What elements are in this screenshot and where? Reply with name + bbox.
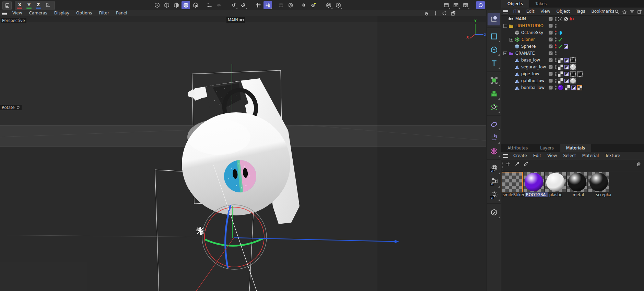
materials-tab-materials[interactable]: Materials <box>560 144 591 152</box>
expander-plus-icon[interactable]: + <box>510 38 513 42</box>
object-label[interactable]: bomba_low <box>521 85 545 90</box>
grid-lock-button[interactable] <box>264 1 272 9</box>
tree-row-pipe_low[interactable]: pipe_low <box>501 70 644 77</box>
layer-tag[interactable] <box>549 51 553 55</box>
visibility-dots[interactable] <box>555 86 557 90</box>
materials-tab-attributes[interactable]: Attributes <box>501 144 534 152</box>
visibility-dots[interactable] <box>555 24 557 28</box>
layer-tag[interactable] <box>549 44 553 48</box>
objects-menu-item-bookmarks[interactable]: Bookmarks <box>588 9 618 14</box>
gear-yellow-dot-button[interactable] <box>309 1 317 9</box>
materials-menu-item-create[interactable]: Create <box>510 153 530 159</box>
viewport-menu-hamburger-icon[interactable] <box>2 12 7 15</box>
objects-menu-item-tags[interactable]: Tags <box>573 9 588 14</box>
material-label-ROOTGRA[interactable]: ROOTGRA <box>525 192 548 197</box>
light-object-tool-button[interactable]: ST <box>488 189 500 201</box>
objects-menu-hamburger-icon[interactable] <box>503 10 508 13</box>
layer-tag[interactable] <box>549 31 553 35</box>
visibility-dots[interactable] <box>555 37 557 42</box>
radial-gear-button[interactable] <box>286 1 295 9</box>
a-hexagon-button[interactable] <box>334 1 342 9</box>
folder-yellow-object-icon[interactable] <box>508 24 514 28</box>
visibility-dot-gray[interactable] <box>555 74 557 76</box>
visibility-dot-gray[interactable] <box>555 72 557 74</box>
objects-menu-item-view[interactable]: View <box>537 9 553 14</box>
visibility-dots[interactable] <box>555 72 557 76</box>
visibility-dot-gray[interactable] <box>555 58 557 60</box>
layer-tag[interactable] <box>549 58 553 62</box>
visibility-dot-gray[interactable] <box>555 60 557 62</box>
visibility-dot-gray[interactable] <box>555 88 557 90</box>
eyedropper-icon[interactable] <box>523 161 529 167</box>
camera-label[interactable]: MAIN <box>226 17 245 23</box>
arrow-ne-icon[interactable] <box>514 161 520 167</box>
coordinate-system-button[interactable] <box>229 1 238 9</box>
camera-object-icon[interactable] <box>508 17 514 21</box>
layer-tag[interactable] <box>549 86 553 90</box>
symmetry-butterfly-button[interactable] <box>299 1 308 9</box>
texture-tag-selected[interactable] <box>577 85 582 90</box>
materials-menu-item-select[interactable]: Select <box>560 153 579 159</box>
expander-minus-icon[interactable]: − <box>503 52 507 55</box>
mograph-cloner-tool-button[interactable] <box>488 74 500 87</box>
model-mode-button[interactable] <box>182 1 190 9</box>
material-label-smileStiker[interactable]: smileStiker <box>502 192 524 197</box>
sphere-object-icon[interactable] <box>515 44 519 49</box>
material-tag-light[interactable] <box>570 78 576 83</box>
octane-live-viewer-button[interactable] <box>476 1 485 9</box>
octane-camera-tag[interactable] <box>558 31 562 35</box>
material-thumb-ROOTGRA[interactable] <box>524 172 544 192</box>
visibility-dot-gray[interactable] <box>555 24 557 25</box>
material-thumb-metal[interactable] <box>567 172 587 192</box>
phong-tag[interactable] <box>564 58 569 63</box>
object-label[interactable]: pipe_low <box>521 71 539 76</box>
material-tag-dark[interactable] <box>570 71 576 77</box>
camera-object-tool-button[interactable]: ST <box>488 176 500 188</box>
protection-tag[interactable] <box>558 17 562 21</box>
layer-tag[interactable] <box>549 65 553 69</box>
workplane-button[interactable] <box>214 1 223 9</box>
home-icon[interactable] <box>622 9 627 14</box>
volume-tool-button[interactable] <box>488 88 500 100</box>
mesh-object-icon[interactable] <box>515 86 519 90</box>
visibility-dot-red[interactable] <box>555 47 557 48</box>
sky-object-icon[interactable] <box>515 30 519 35</box>
phong-tag[interactable] <box>564 72 569 76</box>
spline-pen-tool-button[interactable] <box>488 13 500 25</box>
tree-row-octanesky[interactable]: OctaneSky <box>501 29 644 36</box>
expander-minus-icon[interactable]: − <box>503 24 507 28</box>
materials-menu-item-material[interactable]: Material <box>579 153 602 159</box>
object-label[interactable]: MAIN <box>515 16 526 21</box>
visibility-dot-gray[interactable] <box>555 37 557 39</box>
viewport-menu-item-filter[interactable]: Filter <box>95 10 113 16</box>
pan-hand-icon[interactable] <box>424 11 429 16</box>
enabled-check-icon[interactable] <box>558 44 562 49</box>
materials-tab-layers[interactable]: Layers <box>534 144 560 152</box>
light-object-icon[interactable] <box>196 227 204 235</box>
trash-icon[interactable] <box>636 161 642 167</box>
simulation-gear-tool-button[interactable] <box>488 101 500 113</box>
folder-purple-object-icon[interactable] <box>508 51 514 56</box>
objects-menu-item-object[interactable]: Object <box>553 9 573 14</box>
eye-hexagon-button[interactable] <box>324 1 333 9</box>
phong-tag[interactable] <box>571 86 576 90</box>
enabled-check-icon[interactable] <box>558 37 562 42</box>
mesh-object-icon[interactable] <box>515 65 519 69</box>
phong-tag[interactable] <box>564 44 568 49</box>
add-material-icon[interactable] <box>505 161 511 167</box>
visibility-dot-gray[interactable] <box>555 51 557 53</box>
uvw-tag[interactable] <box>558 65 563 70</box>
uvw-tag[interactable] <box>558 58 563 63</box>
visibility-dot-gray[interactable] <box>555 54 557 55</box>
sky-object-tool-button[interactable]: ST <box>488 162 500 175</box>
polygons-mode-button[interactable] <box>172 1 180 9</box>
visibility-dots[interactable] <box>555 17 557 21</box>
tree-row-bomba_low[interactable]: bomba_low <box>501 84 644 91</box>
material-label-screpka[interactable]: screpka <box>595 192 618 197</box>
visibility-dot-gray[interactable] <box>555 26 557 28</box>
visibility-dots[interactable] <box>555 51 557 55</box>
stop-tag[interactable] <box>564 17 568 21</box>
visibility-dot-gray[interactable] <box>555 86 557 87</box>
render-view-button[interactable] <box>442 1 450 9</box>
visibility-dots[interactable] <box>555 79 557 83</box>
